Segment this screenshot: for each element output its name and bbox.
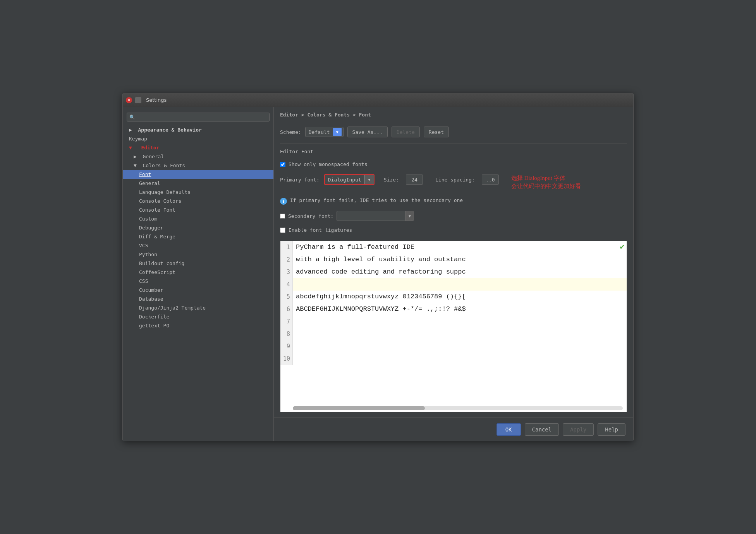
editor-font-section-title: Editor Font (280, 149, 627, 154)
sidebar-item-buildout[interactable]: Buildout config (123, 259, 273, 268)
preview-line-2: 2 with a high level of usability and out… (280, 253, 627, 266)
ligatures-checkbox[interactable] (280, 228, 285, 233)
settings-dialog: ✕ Settings 🔍 ▶ Appearance & Behavior Key… (122, 93, 634, 441)
search-input[interactable] (137, 114, 267, 120)
line-spacing-input[interactable]: ..0 (482, 175, 499, 185)
line-num-5: 5 (280, 291, 293, 303)
line-content-9 (293, 340, 296, 353)
scheme-row: Scheme: Default ▼ Save As... Delete Rese… (280, 127, 627, 137)
primary-font-dropdown[interactable]: DialogInput ▼ (324, 174, 375, 185)
annotation-line2: 会让代码中的中文更加好看 (511, 182, 581, 190)
line-content-3: advanced code editing and refactoring su… (293, 266, 466, 278)
sidebar-item-debugger[interactable]: Debugger (123, 223, 273, 232)
preview-scrollbar[interactable] (293, 406, 623, 410)
preview-line-5: 5 abcdefghijklmnopqrstuvwxyz 0123456789 … (280, 291, 627, 303)
sidebar-item-console-colors[interactable]: Console Colors (123, 197, 273, 205)
line-content-7 (293, 315, 296, 328)
breadcrumb-sep2: > (353, 112, 359, 118)
collapse-icon: ▼ (129, 145, 132, 151)
sidebar-item-vcs[interactable]: VCS (123, 241, 273, 250)
breadcrumb: Editor > Colors & Fonts > Font (274, 107, 633, 121)
sidebar-item-custom[interactable]: Custom (123, 214, 273, 223)
expand-icon-general: ▶ (134, 154, 137, 159)
preview-lines: 1 PyCharm is a full-featured IDE 2 with … (280, 241, 627, 365)
sidebar-item-css[interactable]: CSS (123, 277, 273, 286)
line-content-10 (293, 353, 296, 365)
preview-line-9: 9 (280, 340, 627, 353)
scheme-label: Scheme: (280, 129, 301, 135)
sidebar-item-general[interactable]: ▶ General (123, 152, 273, 161)
main-content: Editor > Colors & Fonts > Font Scheme: D… (274, 107, 633, 441)
line-spacing-label: Line spacing: (435, 177, 475, 183)
size-input[interactable]: 24 (406, 175, 423, 185)
scheme-dropdown[interactable]: Default ▼ (305, 127, 344, 137)
preview-line-1: 1 PyCharm is a full-featured IDE (280, 241, 627, 253)
primary-font-arrow[interactable]: ▼ (364, 175, 374, 184)
scheme-dropdown-arrow[interactable]: ▼ (333, 128, 342, 136)
sidebar-item-colors-fonts[interactable]: ▼ Colors & Fonts (123, 161, 273, 170)
dialog-body: 🔍 ▶ Appearance & Behavior Keymap ▼ Edito… (123, 107, 633, 441)
preview-line-10: 10 (280, 353, 627, 365)
show-monospaced-checkbox[interactable] (280, 162, 285, 167)
help-button[interactable]: Help (598, 423, 625, 436)
sidebar-item-python[interactable]: Python (123, 250, 273, 259)
line-content-1: PyCharm is a full-featured IDE (293, 241, 414, 253)
info-icon: i (280, 198, 287, 205)
primary-font-value: DialogInput (325, 177, 364, 183)
secondary-font-row: Secondary font: ▼ (280, 211, 627, 221)
sidebar-item-django[interactable]: Django/Jinja2 Template (123, 303, 273, 312)
sidebar-item-language-defaults[interactable]: Language Defaults (123, 188, 273, 197)
sidebar-item-keymap[interactable]: Keymap (123, 134, 273, 143)
breadcrumb-sep1: > (301, 112, 308, 118)
preview-scrollthumb[interactable] (293, 406, 425, 410)
primary-font-row: Primary font: DialogInput ▼ Size: 24 Lin… (280, 174, 499, 185)
sidebar: 🔍 ▶ Appearance & Behavior Keymap ▼ Edito… (123, 107, 274, 441)
delete-button[interactable]: Delete (392, 127, 420, 137)
line-num-10: 10 (280, 353, 293, 365)
sidebar-item-gettext[interactable]: gettext PO (123, 321, 273, 330)
breadcrumb-part1: Editor (280, 112, 298, 118)
line-num-3: 3 (280, 266, 293, 278)
line-content-6: ABCDEFGHIJKLMNOPQRSTUVWXYZ +-*/= .,;:!? … (293, 303, 466, 315)
sidebar-item-dockerfile[interactable]: Dockerfile (123, 312, 273, 321)
breadcrumb-part3: Font (359, 112, 371, 118)
cancel-button[interactable]: Cancel (525, 423, 559, 436)
primary-font-label: Primary font: (280, 177, 320, 183)
sidebar-item-coffeescript[interactable]: CoffeeScript (123, 268, 273, 277)
ok-button[interactable]: OK (497, 423, 521, 436)
preview-tick: ✔ (619, 243, 625, 251)
secondary-font-checkbox[interactable] (280, 214, 285, 219)
window-icon (135, 97, 141, 103)
line-content-2: with a high level of usability and outst… (293, 253, 466, 266)
search-box[interactable]: 🔍 (127, 113, 270, 122)
secondary-font-arrow[interactable]: ▼ (405, 211, 414, 221)
preview-line-4: 4 (280, 278, 627, 291)
line-content-8 (293, 328, 296, 340)
sidebar-item-console-font[interactable]: Console Font (123, 205, 273, 214)
sidebar-item-font[interactable]: Font (123, 170, 273, 179)
window-title: Settings (146, 97, 167, 103)
ligatures-row: Enable font ligatures (280, 227, 627, 233)
preview-area: ✔ 1 PyCharm is a full-featured IDE 2 wit… (280, 241, 627, 412)
divider-1 (280, 144, 627, 144)
sidebar-item-database[interactable]: Database (123, 294, 273, 303)
sidebar-item-diff-merge[interactable]: Diff & Merge (123, 232, 273, 241)
sidebar-item-cucumber[interactable]: Cucumber (123, 286, 273, 294)
secondary-font-dropdown[interactable]: ▼ (337, 211, 414, 221)
line-num-6: 6 (280, 303, 293, 315)
bottom-bar: OK Cancel Apply Help (274, 418, 633, 441)
show-monospaced-label: Show only monospaced fonts (289, 161, 368, 167)
sidebar-item-appearance[interactable]: ▶ Appearance & Behavior (123, 125, 273, 134)
line-num-9: 9 (280, 340, 293, 353)
show-monospaced-row: Show only monospaced fonts (280, 161, 627, 167)
save-as-button[interactable]: Save As... (347, 127, 388, 137)
sidebar-item-editor[interactable]: ▼ Editor (123, 143, 273, 152)
line-num-8: 8 (280, 328, 293, 340)
reset-button[interactable]: Reset (424, 127, 449, 137)
collapse-icon-cf: ▼ (134, 163, 137, 168)
apply-button[interactable]: Apply (563, 423, 594, 436)
close-button[interactable]: ✕ (126, 97, 132, 103)
sidebar-item-general2[interactable]: General (123, 179, 273, 188)
info-row: i If primary font fails, IDE tries to us… (280, 197, 627, 205)
content-area: Scheme: Default ▼ Save As... Delete Rese… (274, 121, 633, 418)
